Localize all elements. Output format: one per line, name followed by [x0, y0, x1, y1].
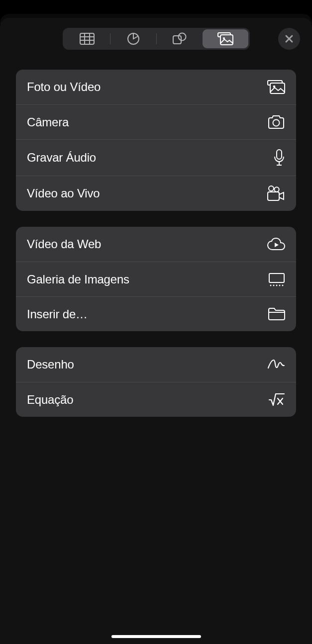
svg-rect-8 — [220, 35, 233, 45]
menu-item-image-gallery[interactable]: Galeria de Imagens — [16, 262, 296, 296]
label: Câmera — [27, 115, 69, 129]
shapes-icon — [173, 32, 187, 45]
svg-point-7 — [178, 33, 186, 41]
menu-item-insert-from[interactable]: Inserir de… — [16, 296, 296, 331]
label: Foto ou Vídeo — [27, 80, 101, 94]
close-icon — [285, 34, 294, 43]
svg-point-20 — [274, 187, 279, 191]
tab-tables[interactable] — [64, 29, 110, 48]
category-segmented-control — [63, 28, 250, 50]
group-capture: Foto ou Vídeo Câmera — [16, 70, 296, 211]
tab-shapes[interactable] — [157, 29, 203, 48]
svg-point-23 — [273, 284, 275, 286]
table-icon — [80, 33, 95, 45]
photo-icon — [267, 80, 285, 94]
svg-point-22 — [270, 284, 272, 286]
chart-pie-icon — [127, 32, 140, 45]
microphone-icon — [273, 149, 285, 166]
label: Gravar Áudio — [27, 151, 96, 165]
svg-rect-0 — [80, 33, 94, 44]
label: Vídeo ao Vivo — [27, 186, 100, 200]
svg-rect-15 — [277, 150, 282, 159]
menu-item-web-video[interactable]: Vídeo da Web — [16, 227, 296, 262]
home-indicator — [111, 635, 201, 638]
content: Foto ou Vídeo Câmera — [0, 70, 312, 417]
menu-item-photo-video[interactable]: Foto ou Vídeo — [16, 70, 296, 104]
label: Desenho — [27, 358, 74, 371]
close-button[interactable] — [278, 28, 300, 50]
label: Vídeo da Web — [27, 237, 101, 251]
menu-item-drawing[interactable]: Desenho — [16, 347, 296, 382]
menu-item-camera[interactable]: Câmera — [16, 104, 296, 139]
equation-icon — [268, 393, 285, 407]
menu-item-record-audio[interactable]: Gravar Áudio — [16, 139, 296, 176]
tab-media[interactable] — [203, 29, 248, 48]
group-import: Vídeo da Web Galeria de Imagens — [16, 227, 296, 331]
svg-point-19 — [269, 186, 274, 191]
svg-rect-18 — [268, 192, 279, 200]
menu-item-equation[interactable]: Equação — [16, 382, 296, 417]
group-create: Desenho Equação — [16, 347, 296, 417]
gallery-icon — [268, 273, 285, 286]
label: Inserir de… — [27, 307, 88, 321]
camera-icon — [267, 115, 285, 129]
topbar — [0, 18, 312, 60]
scribble-icon — [267, 359, 285, 370]
cloud-play-icon — [267, 238, 285, 251]
media-icon — [217, 32, 233, 45]
svg-point-25 — [279, 284, 281, 286]
label: Galeria de Imagens — [27, 273, 129, 286]
menu-item-live-video[interactable]: Vídeo ao Vivo — [16, 176, 296, 211]
tab-charts[interactable] — [110, 29, 156, 48]
video-camera-icon — [267, 185, 285, 201]
svg-point-24 — [276, 284, 278, 286]
svg-rect-21 — [269, 274, 284, 282]
svg-point-26 — [282, 284, 284, 286]
insert-sheet: Foto ou Vídeo Câmera — [0, 18, 312, 644]
label: Equação — [27, 393, 73, 407]
folder-icon — [268, 307, 285, 321]
svg-point-14 — [273, 119, 280, 126]
svg-rect-12 — [270, 83, 285, 93]
